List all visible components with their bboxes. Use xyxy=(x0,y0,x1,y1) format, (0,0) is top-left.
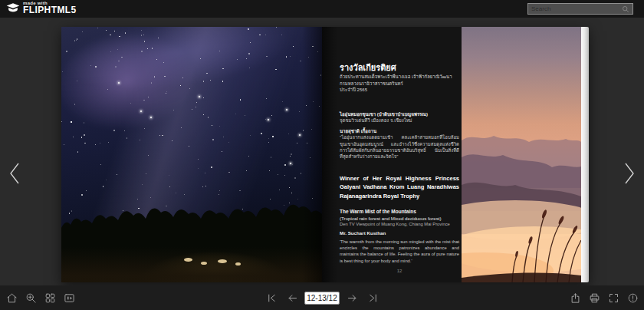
lit-rock xyxy=(201,262,207,265)
thumbnails-button[interactable] xyxy=(41,289,58,306)
lit-rock xyxy=(218,259,227,263)
arrow-left-icon xyxy=(287,292,298,304)
campfire-glow xyxy=(61,221,322,282)
share-icon xyxy=(570,292,581,304)
toolbar-center-group xyxy=(263,285,381,310)
print-button[interactable] xyxy=(586,289,603,306)
foreground-ground xyxy=(61,247,322,282)
entry-details-en: The Warm Mist of the Mountains (Tropical… xyxy=(340,209,459,228)
prev-page-chevron-button[interactable] xyxy=(5,160,25,186)
fliphtml5-logo[interactable]: made with FLIPHTML5 xyxy=(5,1,77,15)
search-box xyxy=(527,3,633,15)
photographer-quote-en: 'The warmth from the morning sun mingled… xyxy=(340,239,459,265)
bottom-toolbar xyxy=(0,285,644,310)
slideshow-button[interactable] xyxy=(61,289,77,306)
next-page-chevron-button[interactable] xyxy=(619,160,639,186)
stage: รางวัลเกียรติยศ ถ้วยประทานสมเด็จพระเจ้าพ… xyxy=(0,18,644,285)
home-button[interactable] xyxy=(3,289,20,306)
award-title-th: รางวัลเกียรติยศ xyxy=(340,61,396,74)
share-button[interactable] xyxy=(567,289,583,306)
award-subtitle-th: ถ้วยประทานสมเด็จพระเจ้าพี่นางเธอ เจ้าฟ้า… xyxy=(340,74,459,94)
fullscreen-button[interactable] xyxy=(605,289,622,306)
prev-page-button[interactable] xyxy=(284,289,301,306)
entry-quote-th: "ไออุ่นจากแสงแดดยามเช้า คละเคล้าสายหมอกท… xyxy=(340,134,459,160)
subtitle-line: กรมหลวงนราธิวาสราชนครินทร์ xyxy=(340,81,459,87)
open-book-icon xyxy=(5,2,21,14)
page-right-award-text[interactable]: รางวัลเกียรติยศ ถ้วยประทานสมเด็จพระเจ้าพ… xyxy=(322,27,581,282)
zoom-in-button[interactable] xyxy=(22,289,39,306)
chevron-right-icon xyxy=(623,162,636,185)
first-page-button[interactable] xyxy=(263,289,280,306)
page-number-input[interactable] xyxy=(304,292,340,305)
entry-details-th: ไออุ่นหมอกขุนเขา (ป่าดิบเขาป่าเบญจพรรณ) … xyxy=(340,111,459,160)
logo-brand: FLIPHTML5 xyxy=(23,5,77,15)
fliphtml5-viewer: made with FLIPHTML5 xyxy=(0,0,644,310)
chevron-left-icon xyxy=(8,162,21,185)
entry-forest-type-en: (Tropical rain forest and Mixed deciduou… xyxy=(340,216,459,222)
thumbnails-grid-icon xyxy=(44,292,56,304)
last-page-icon xyxy=(367,292,379,304)
winner-statement-en: Winner of Her Royal Highness Princess Ga… xyxy=(340,174,459,200)
last-page-button[interactable] xyxy=(364,289,381,306)
toolbar-right-group xyxy=(567,285,641,310)
toolbar-left-group xyxy=(3,285,77,310)
zoom-in-icon xyxy=(25,292,37,304)
subtitle-line: ประจำปี 2565 xyxy=(340,87,459,94)
home-icon xyxy=(6,292,18,304)
logo-text: made with FLIPHTML5 xyxy=(23,1,77,15)
award-text-column: รางวัลเกียรติยศ ถ้วยประทานสมเด็จพระเจ้าพ… xyxy=(340,27,459,282)
entry-location-th: จุดชมวิวเด่นทีวี เมืองคอง จ.เชียงใหม่ xyxy=(340,117,459,124)
spine-shadow xyxy=(302,27,322,282)
lit-rock xyxy=(235,262,241,265)
sunset-mist-photo xyxy=(462,27,581,282)
photographer-name-en: Mr. Suchart Kusthan xyxy=(340,230,459,237)
tree-silhouette xyxy=(61,27,322,282)
spine-shadow xyxy=(322,27,337,282)
arrow-right-icon xyxy=(347,292,358,304)
subtitle-line: ถ้วยประทานสมเด็จพระเจ้าพี่นางเธอ เจ้าฟ้า… xyxy=(340,74,459,81)
page-left-night-photo[interactable] xyxy=(61,27,322,282)
about-icon xyxy=(627,292,639,304)
slideshow-icon xyxy=(64,292,75,304)
fullscreen-icon xyxy=(608,292,619,304)
page-number: 12 xyxy=(340,269,459,273)
lit-rock xyxy=(184,258,192,262)
sunset-photo-art xyxy=(462,27,581,282)
print-icon xyxy=(589,292,600,304)
about-button[interactable] xyxy=(624,289,641,306)
search-input[interactable] xyxy=(528,4,622,14)
top-bar: made with FLIPHTML5 xyxy=(0,0,644,18)
entry-location-en: Den TV Viewpoint of Muang Kong, Chiang M… xyxy=(340,222,459,228)
flipbook-spread: รางวัลเกียรติยศ ถ้วยประทานสมเด็จพระเจ้าพ… xyxy=(61,27,589,282)
milky-way xyxy=(61,27,322,238)
photographer-block-en: Mr. Suchart Kusthan 'The warmth from the… xyxy=(340,230,459,264)
entry-title-en: The Warm Mist of the Mountains xyxy=(340,209,459,216)
entry-name-th: นายสุชาติ เกื้อถาน xyxy=(340,128,459,134)
next-page-button[interactable] xyxy=(343,289,360,306)
first-page-icon xyxy=(266,292,278,304)
entry-title-th: ไออุ่นหมอกขุนเขา (ป่าดิบเขาป่าเบญจพรรณ) xyxy=(340,111,459,117)
page-stack-edge xyxy=(581,27,589,282)
search-icon[interactable] xyxy=(622,5,629,13)
star-field xyxy=(61,27,322,282)
